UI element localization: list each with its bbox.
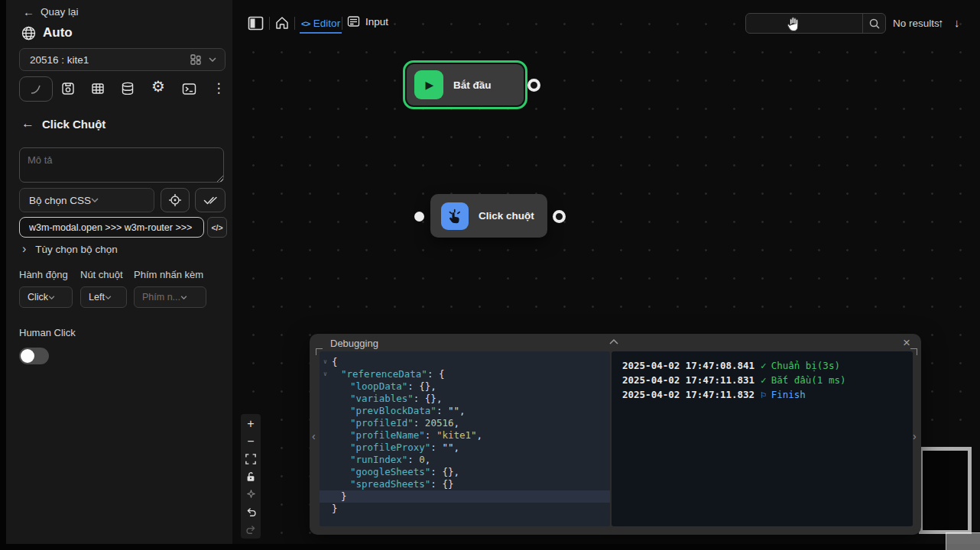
more-options-button[interactable]: ⋮	[209, 79, 228, 97]
modifier-label: Phím nhấn kèm	[134, 269, 203, 280]
minus-icon: −	[247, 435, 254, 448]
back-arrow-icon: ←	[23, 5, 34, 18]
json-code-line: ∨{	[320, 356, 610, 368]
divider	[342, 17, 342, 30]
selector-options-toggle[interactable]: › Tùy chọn bộ chọn	[22, 243, 118, 255]
node-start[interactable]: ▶ Bắt đầu	[403, 60, 527, 109]
tab-input[interactable]: Input	[347, 15, 388, 28]
code-brackets-icon: <>	[301, 19, 310, 28]
selector-type-value: Bộ chọn CSS	[29, 195, 91, 206]
block-title: Click Chuột	[42, 118, 105, 131]
chevron-down-icon	[180, 296, 187, 299]
action-select[interactable]: Click	[19, 286, 73, 308]
back-button[interactable]: ← Quay lại	[23, 5, 79, 18]
collapse-panel-icon[interactable]	[609, 339, 618, 345]
debug-panel-title: Debugging	[330, 338, 378, 349]
fit-view-icon	[245, 454, 256, 464]
save-button[interactable]	[59, 79, 77, 98]
selector-input[interactable]	[19, 217, 204, 238]
json-code-line: "loopData": {},	[320, 380, 610, 393]
undo-button[interactable]	[241, 503, 261, 520]
undo-icon	[245, 506, 257, 517]
log-list: 2025-04-02 17:47:08.841✓Chuẩn bị(3s)2025…	[622, 358, 913, 402]
log-timestamp: 2025-04-02 17:47:08.841	[622, 360, 754, 371]
modifier-placeholder: Phím n...	[142, 292, 180, 302]
minimap[interactable]	[919, 447, 972, 534]
json-editor-lines: ∨{∨"referenceData": {"loopData": {},"var…	[320, 356, 610, 515]
table-icon	[91, 82, 105, 95]
click-output-port[interactable]	[553, 210, 566, 223]
json-code-line: "variables": {},	[320, 393, 610, 405]
redo-button[interactable]	[241, 520, 261, 538]
tab-editor[interactable]: <> Editor	[300, 15, 342, 34]
table-button[interactable]	[89, 79, 107, 98]
human-click-toggle[interactable]	[19, 348, 49, 364]
zoom-out-button[interactable]: −	[241, 432, 261, 450]
chevron-right-icon: ›	[22, 243, 26, 255]
fit-view-button[interactable]	[241, 450, 261, 467]
start-node-label: Bắt đầu	[453, 79, 492, 91]
fold-chevron-icon[interactable]: ∨	[323, 356, 327, 368]
profile-select[interactable]: 20516 : kite1	[19, 48, 226, 71]
input-tab-label: Input	[365, 16, 388, 28]
json-code-line: "prevBlockData": "",	[320, 405, 610, 417]
search-next-button[interactable]: ↓	[954, 16, 960, 29]
click-node-icon-box	[441, 202, 469, 230]
redo-icon	[245, 524, 257, 535]
verify-selector-button[interactable]	[195, 188, 226, 212]
terminal-button[interactable]	[180, 79, 198, 98]
zoom-in-button[interactable]: +	[241, 415, 261, 432]
window-edge-bottom	[0, 544, 980, 550]
fold-chevron-icon[interactable]: ∨	[323, 368, 327, 380]
close-panel-button[interactable]: ×	[903, 335, 910, 351]
workflow-canvas[interactable]: <> Editor Input	[232, 0, 980, 544]
mouse-button-select[interactable]: Left	[80, 286, 127, 308]
node-start-body: ▶ Bắt đầu	[407, 64, 524, 105]
database-button[interactable]	[118, 79, 137, 98]
lock-button[interactable]	[241, 467, 261, 485]
search-input[interactable]	[746, 14, 862, 33]
click-node-label: Click chuột	[479, 210, 534, 222]
app-header: Auto	[21, 25, 73, 40]
json-code-line: "googleSheets": {},	[320, 466, 610, 478]
click-input-port[interactable]	[414, 212, 424, 222]
selector-options-label: Tùy chọn bộ chọn	[35, 244, 117, 255]
curve-line-icon	[30, 84, 42, 95]
database-icon	[121, 82, 135, 95]
action-value: Click	[28, 292, 48, 302]
mouse-button-label: Nút chuột	[80, 269, 123, 280]
selector-type-select[interactable]: Bộ chọn CSS	[19, 188, 154, 212]
app-window: ← Quay lại Auto 20516 : kite1	[0, 0, 980, 550]
chevron-down-icon	[91, 198, 99, 202]
panel-expand-right-icon[interactable]: ›	[913, 430, 917, 442]
globe-icon	[21, 26, 36, 40]
search-icon	[869, 18, 880, 29]
sidebar-panel-icon	[248, 16, 264, 31]
block-back-icon[interactable]: ←	[21, 116, 34, 131]
execution-log-panel[interactable]: 2025-04-02 17:47:08.841✓Chuẩn bị(3s)2025…	[612, 351, 913, 526]
json-editor[interactable]: ∨{∨"referenceData": {"loopData": {},"var…	[320, 351, 610, 526]
search-button[interactable]	[863, 14, 885, 33]
node-click-mouse[interactable]: Click chuột	[430, 194, 547, 238]
toggle-sidebar-button[interactable]	[248, 16, 264, 31]
description-textarea[interactable]	[19, 147, 224, 183]
home-button[interactable]	[274, 15, 290, 31]
search-prev-button[interactable]: ↑	[938, 16, 944, 29]
divider	[269, 17, 270, 30]
mouse-button-value: Left	[89, 292, 105, 302]
json-code-line: ∨"referenceData": {	[320, 368, 610, 380]
pick-element-button[interactable]	[161, 188, 190, 212]
highlight-blocks-button[interactable]	[241, 485, 261, 503]
panel-collapse-left-icon[interactable]: ‹	[312, 430, 316, 442]
minimap-viewport-indicator[interactable]	[946, 532, 980, 550]
json-code-line: }	[320, 503, 610, 515]
log-entry: 2025-04-02 17:47:11.832⚐Finish	[622, 387, 913, 402]
action-label: Hành động	[19, 269, 68, 280]
start-output-port[interactable]	[527, 79, 540, 92]
json-code-line: }	[320, 490, 610, 503]
settings-button[interactable]: ⚙	[149, 77, 167, 95]
check-icon: ✓	[761, 360, 767, 371]
connection-style-button[interactable]	[19, 76, 53, 102]
modifier-select[interactable]: Phím n...	[134, 286, 206, 308]
code-view-button[interactable]: </>	[207, 217, 227, 238]
